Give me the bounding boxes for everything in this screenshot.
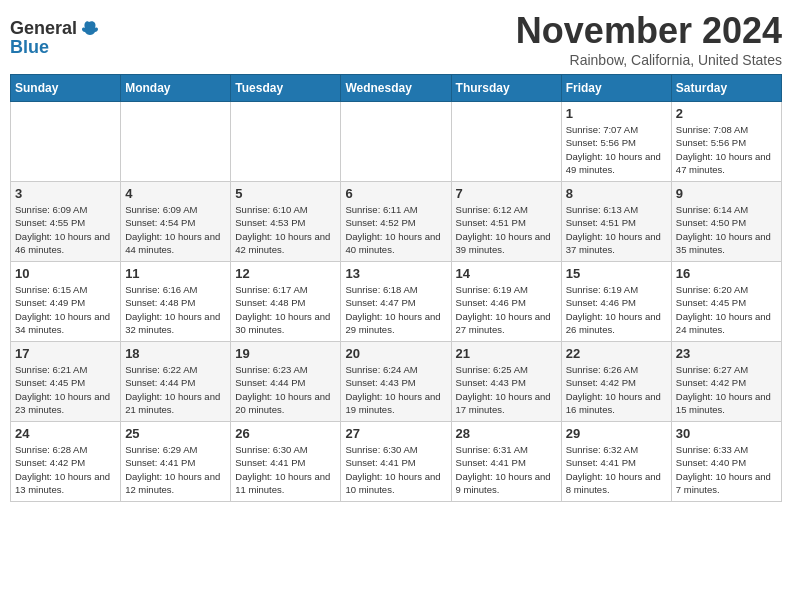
day-number: 14 xyxy=(456,266,557,281)
week-row-3: 10Sunrise: 6:15 AM Sunset: 4:49 PM Dayli… xyxy=(11,262,782,342)
calendar-cell xyxy=(231,102,341,182)
day-info: Sunrise: 6:18 AM Sunset: 4:47 PM Dayligh… xyxy=(345,283,446,336)
day-number: 18 xyxy=(125,346,226,361)
calendar-cell: 1Sunrise: 7:07 AM Sunset: 5:56 PM Daylig… xyxy=(561,102,671,182)
day-number: 6 xyxy=(345,186,446,201)
header: General Blue November 2024 Rainbow, Cali… xyxy=(10,10,782,68)
subtitle: Rainbow, California, United States xyxy=(516,52,782,68)
day-info: Sunrise: 6:16 AM Sunset: 4:48 PM Dayligh… xyxy=(125,283,226,336)
day-number: 19 xyxy=(235,346,336,361)
day-header-tuesday: Tuesday xyxy=(231,75,341,102)
day-number: 2 xyxy=(676,106,777,121)
day-info: Sunrise: 6:29 AM Sunset: 4:41 PM Dayligh… xyxy=(125,443,226,496)
calendar-cell: 24Sunrise: 6:28 AM Sunset: 4:42 PM Dayli… xyxy=(11,422,121,502)
calendar-cell: 17Sunrise: 6:21 AM Sunset: 4:45 PM Dayli… xyxy=(11,342,121,422)
day-info: Sunrise: 7:07 AM Sunset: 5:56 PM Dayligh… xyxy=(566,123,667,176)
title-area: November 2024 Rainbow, California, Unite… xyxy=(516,10,782,68)
calendar-header-row: SundayMondayTuesdayWednesdayThursdayFrid… xyxy=(11,75,782,102)
logo-bird-icon xyxy=(79,18,99,38)
day-info: Sunrise: 6:30 AM Sunset: 4:41 PM Dayligh… xyxy=(345,443,446,496)
day-number: 10 xyxy=(15,266,116,281)
day-number: 25 xyxy=(125,426,226,441)
calendar-cell: 26Sunrise: 6:30 AM Sunset: 4:41 PM Dayli… xyxy=(231,422,341,502)
day-info: Sunrise: 6:31 AM Sunset: 4:41 PM Dayligh… xyxy=(456,443,557,496)
calendar-table: SundayMondayTuesdayWednesdayThursdayFrid… xyxy=(10,74,782,502)
day-number: 22 xyxy=(566,346,667,361)
day-number: 1 xyxy=(566,106,667,121)
calendar-cell: 11Sunrise: 6:16 AM Sunset: 4:48 PM Dayli… xyxy=(121,262,231,342)
day-info: Sunrise: 6:11 AM Sunset: 4:52 PM Dayligh… xyxy=(345,203,446,256)
calendar-cell xyxy=(11,102,121,182)
day-number: 29 xyxy=(566,426,667,441)
week-row-5: 24Sunrise: 6:28 AM Sunset: 4:42 PM Dayli… xyxy=(11,422,782,502)
calendar-cell: 6Sunrise: 6:11 AM Sunset: 4:52 PM Daylig… xyxy=(341,182,451,262)
calendar-cell: 29Sunrise: 6:32 AM Sunset: 4:41 PM Dayli… xyxy=(561,422,671,502)
day-header-wednesday: Wednesday xyxy=(341,75,451,102)
calendar-cell: 13Sunrise: 6:18 AM Sunset: 4:47 PM Dayli… xyxy=(341,262,451,342)
calendar-cell: 18Sunrise: 6:22 AM Sunset: 4:44 PM Dayli… xyxy=(121,342,231,422)
calendar-cell: 25Sunrise: 6:29 AM Sunset: 4:41 PM Dayli… xyxy=(121,422,231,502)
calendar-cell: 23Sunrise: 6:27 AM Sunset: 4:42 PM Dayli… xyxy=(671,342,781,422)
calendar-cell: 16Sunrise: 6:20 AM Sunset: 4:45 PM Dayli… xyxy=(671,262,781,342)
week-row-4: 17Sunrise: 6:21 AM Sunset: 4:45 PM Dayli… xyxy=(11,342,782,422)
day-info: Sunrise: 6:12 AM Sunset: 4:51 PM Dayligh… xyxy=(456,203,557,256)
day-number: 16 xyxy=(676,266,777,281)
day-info: Sunrise: 6:22 AM Sunset: 4:44 PM Dayligh… xyxy=(125,363,226,416)
calendar-cell: 5Sunrise: 6:10 AM Sunset: 4:53 PM Daylig… xyxy=(231,182,341,262)
day-info: Sunrise: 6:23 AM Sunset: 4:44 PM Dayligh… xyxy=(235,363,336,416)
calendar-cell xyxy=(121,102,231,182)
day-number: 9 xyxy=(676,186,777,201)
calendar-cell: 27Sunrise: 6:30 AM Sunset: 4:41 PM Dayli… xyxy=(341,422,451,502)
day-info: Sunrise: 6:19 AM Sunset: 4:46 PM Dayligh… xyxy=(456,283,557,336)
day-info: Sunrise: 6:30 AM Sunset: 4:41 PM Dayligh… xyxy=(235,443,336,496)
day-info: Sunrise: 6:13 AM Sunset: 4:51 PM Dayligh… xyxy=(566,203,667,256)
day-header-thursday: Thursday xyxy=(451,75,561,102)
month-title: November 2024 xyxy=(516,10,782,52)
calendar-cell: 2Sunrise: 7:08 AM Sunset: 5:56 PM Daylig… xyxy=(671,102,781,182)
day-number: 5 xyxy=(235,186,336,201)
day-info: Sunrise: 6:24 AM Sunset: 4:43 PM Dayligh… xyxy=(345,363,446,416)
day-number: 3 xyxy=(15,186,116,201)
day-number: 24 xyxy=(15,426,116,441)
calendar-cell: 10Sunrise: 6:15 AM Sunset: 4:49 PM Dayli… xyxy=(11,262,121,342)
logo-general: General xyxy=(10,19,77,37)
logo-blue: Blue xyxy=(10,37,49,57)
day-info: Sunrise: 6:17 AM Sunset: 4:48 PM Dayligh… xyxy=(235,283,336,336)
day-number: 20 xyxy=(345,346,446,361)
calendar-cell: 30Sunrise: 6:33 AM Sunset: 4:40 PM Dayli… xyxy=(671,422,781,502)
day-info: Sunrise: 6:25 AM Sunset: 4:43 PM Dayligh… xyxy=(456,363,557,416)
day-number: 28 xyxy=(456,426,557,441)
day-info: Sunrise: 6:10 AM Sunset: 4:53 PM Dayligh… xyxy=(235,203,336,256)
calendar-body: 1Sunrise: 7:07 AM Sunset: 5:56 PM Daylig… xyxy=(11,102,782,502)
day-info: Sunrise: 6:33 AM Sunset: 4:40 PM Dayligh… xyxy=(676,443,777,496)
calendar-cell xyxy=(341,102,451,182)
day-number: 12 xyxy=(235,266,336,281)
day-info: Sunrise: 6:21 AM Sunset: 4:45 PM Dayligh… xyxy=(15,363,116,416)
calendar-cell: 12Sunrise: 6:17 AM Sunset: 4:48 PM Dayli… xyxy=(231,262,341,342)
day-number: 21 xyxy=(456,346,557,361)
day-number: 11 xyxy=(125,266,226,281)
day-info: Sunrise: 6:09 AM Sunset: 4:55 PM Dayligh… xyxy=(15,203,116,256)
calendar-cell: 19Sunrise: 6:23 AM Sunset: 4:44 PM Dayli… xyxy=(231,342,341,422)
day-info: Sunrise: 6:19 AM Sunset: 4:46 PM Dayligh… xyxy=(566,283,667,336)
day-number: 4 xyxy=(125,186,226,201)
calendar-cell: 14Sunrise: 6:19 AM Sunset: 4:46 PM Dayli… xyxy=(451,262,561,342)
calendar-cell: 22Sunrise: 6:26 AM Sunset: 4:42 PM Dayli… xyxy=(561,342,671,422)
day-info: Sunrise: 6:26 AM Sunset: 4:42 PM Dayligh… xyxy=(566,363,667,416)
calendar-cell: 15Sunrise: 6:19 AM Sunset: 4:46 PM Dayli… xyxy=(561,262,671,342)
week-row-1: 1Sunrise: 7:07 AM Sunset: 5:56 PM Daylig… xyxy=(11,102,782,182)
day-info: Sunrise: 6:15 AM Sunset: 4:49 PM Dayligh… xyxy=(15,283,116,336)
day-info: Sunrise: 6:28 AM Sunset: 4:42 PM Dayligh… xyxy=(15,443,116,496)
day-info: Sunrise: 6:27 AM Sunset: 4:42 PM Dayligh… xyxy=(676,363,777,416)
day-info: Sunrise: 6:14 AM Sunset: 4:50 PM Dayligh… xyxy=(676,203,777,256)
day-info: Sunrise: 7:08 AM Sunset: 5:56 PM Dayligh… xyxy=(676,123,777,176)
calendar-cell: 28Sunrise: 6:31 AM Sunset: 4:41 PM Dayli… xyxy=(451,422,561,502)
day-number: 17 xyxy=(15,346,116,361)
calendar-cell: 21Sunrise: 6:25 AM Sunset: 4:43 PM Dayli… xyxy=(451,342,561,422)
calendar-cell: 7Sunrise: 6:12 AM Sunset: 4:51 PM Daylig… xyxy=(451,182,561,262)
day-header-monday: Monday xyxy=(121,75,231,102)
day-header-sunday: Sunday xyxy=(11,75,121,102)
day-header-friday: Friday xyxy=(561,75,671,102)
calendar-cell xyxy=(451,102,561,182)
calendar-cell: 9Sunrise: 6:14 AM Sunset: 4:50 PM Daylig… xyxy=(671,182,781,262)
